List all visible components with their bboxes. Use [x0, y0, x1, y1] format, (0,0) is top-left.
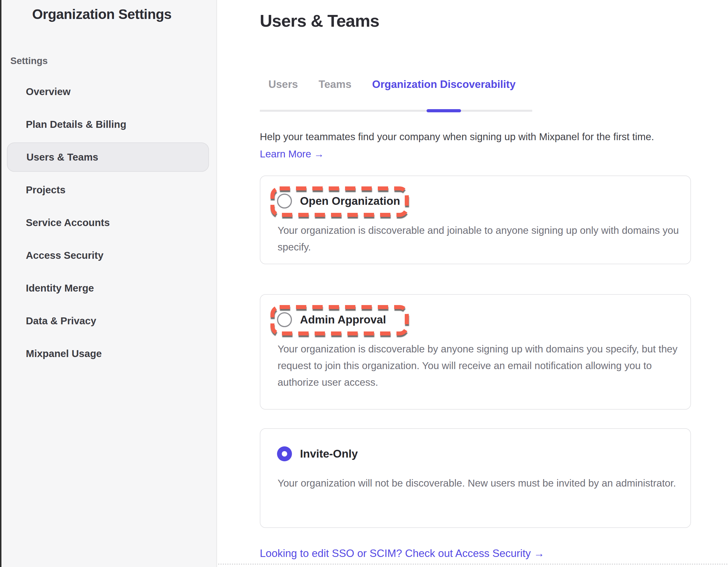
screen-left-edge	[0, 0, 1, 567]
arrow-right-icon: →	[314, 148, 324, 159]
option-card-admin-approval: Admin Approval Your organization is disc…	[260, 294, 691, 410]
active-tab-underline	[427, 109, 461, 112]
sidebar-item-identity-merge[interactable]: Identity Merge	[7, 281, 209, 295]
option-label: Open Organization	[300, 195, 400, 207]
sidebar-section-label: Settings	[10, 55, 48, 66]
arrow-right-icon: →	[534, 547, 544, 559]
learn-more-link[interactable]: Learn More →	[260, 148, 324, 160]
option-description: Your organization will not be discoverab…	[278, 475, 682, 492]
sidebar-item-mixpanel-usage[interactable]: Mixpanel Usage	[7, 347, 209, 360]
sidebar: Organization Settings Settings Overview …	[0, 0, 217, 567]
radio-unchecked-icon[interactable]	[277, 193, 292, 208]
tab-users[interactable]: Users	[268, 78, 298, 91]
option-label: Invite-Only	[300, 448, 358, 460]
sidebar-item-users-teams[interactable]: Users & Teams	[7, 142, 209, 172]
access-security-footer-link[interactable]: Looking to edit SSO or SCIM? Check out A…	[260, 547, 544, 560]
sidebar-item-service-accounts[interactable]: Service Accounts	[7, 216, 209, 229]
bottom-dotted-divider	[218, 564, 728, 565]
page-title: Users & Teams	[260, 11, 379, 31]
learn-more-label: Learn More	[260, 148, 311, 159]
radio-option-open-organization[interactable]: Open Organization	[277, 193, 400, 208]
option-card-invite-only: Invite-Only Your organization will not b…	[260, 428, 691, 528]
tab-organization-discoverability[interactable]: Organization Discoverability	[372, 78, 516, 91]
tab-teams[interactable]: Teams	[319, 78, 352, 91]
option-description: Your organization is discoverable and jo…	[278, 222, 682, 255]
radio-option-invite-only[interactable]: Invite-Only	[277, 446, 358, 461]
tab-label: Organization Discoverability	[372, 78, 516, 90]
option-description: Your organization is discoverable by any…	[278, 341, 682, 391]
option-card-open-organization: Open Organization Your organization is d…	[260, 175, 691, 264]
sidebar-nav: Overview Plan Details & Billing Users & …	[7, 85, 209, 380]
main-content: Users & Teams Users Teams Organization D…	[218, 0, 728, 567]
sidebar-item-overview[interactable]: Overview	[7, 85, 209, 98]
option-label: Admin Approval	[300, 314, 386, 326]
radio-unchecked-icon[interactable]	[277, 312, 292, 327]
radio-option-admin-approval[interactable]: Admin Approval	[277, 312, 386, 327]
radio-checked-icon[interactable]	[277, 446, 292, 461]
sidebar-item-access-security[interactable]: Access Security	[7, 249, 209, 262]
sidebar-item-projects[interactable]: Projects	[7, 183, 209, 196]
sidebar-item-data-privacy[interactable]: Data & Privacy	[7, 314, 209, 328]
sidebar-item-plan-details-billing[interactable]: Plan Details & Billing	[7, 118, 209, 131]
organization-settings-screen: Organization Settings Settings Overview …	[0, 0, 728, 567]
sidebar-title: Organization Settings	[32, 6, 172, 22]
intro-text: Help your teammates find your company wh…	[260, 130, 728, 144]
tab-bar: Users Teams Organization Discoverability	[260, 78, 532, 112]
footer-link-label: Looking to edit SSO or SCIM? Check out A…	[260, 547, 531, 559]
